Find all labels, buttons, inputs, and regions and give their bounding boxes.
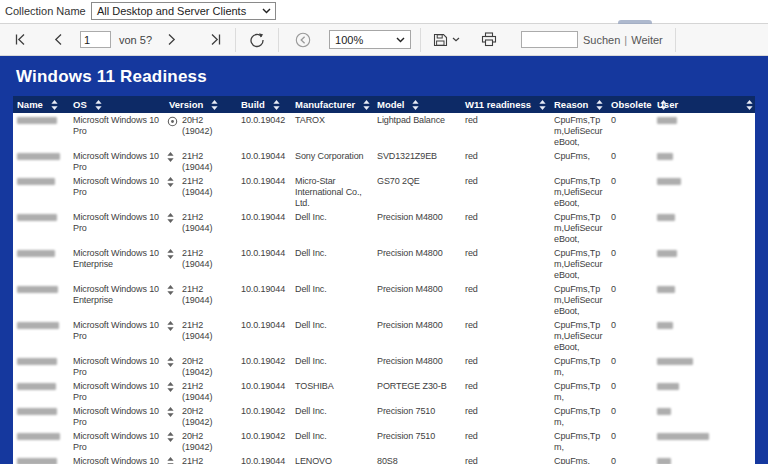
cell-build: 10.0.19044 bbox=[237, 454, 291, 464]
column-label: User bbox=[657, 99, 678, 110]
find-link[interactable]: Suchen bbox=[583, 34, 620, 46]
cell-os: Microsoft Windows 10 Pro bbox=[69, 354, 165, 379]
column-header-model[interactable]: Model bbox=[373, 97, 461, 112]
first-page-icon bbox=[13, 33, 27, 46]
column-header-user[interactable]: User bbox=[653, 97, 755, 112]
cell-name bbox=[13, 354, 69, 379]
sort-icon[interactable] bbox=[412, 100, 419, 110]
sort-icon[interactable] bbox=[746, 100, 753, 110]
cell-reason: CpuFms,Tpm, bbox=[550, 404, 607, 429]
sort-icon[interactable] bbox=[363, 100, 370, 110]
cell-obsolete: 0 bbox=[607, 404, 653, 429]
cell-reason: CpuFms, bbox=[550, 149, 607, 174]
cell-os: Microsoft Windows 10 Enterprise bbox=[69, 454, 165, 464]
sort-icon[interactable] bbox=[167, 321, 174, 331]
column-header-manufacturer[interactable]: Manufacturer bbox=[291, 97, 373, 112]
cell-w11-readiness: red bbox=[461, 454, 550, 464]
cell-model: GS70 2QE bbox=[373, 174, 461, 210]
sort-icon[interactable] bbox=[539, 100, 546, 110]
cell-os: Microsoft Windows 10 Pro bbox=[69, 174, 165, 210]
redacted-name bbox=[17, 178, 55, 185]
cell-user bbox=[653, 354, 755, 379]
redacted-name bbox=[17, 250, 55, 257]
cell-reason: CpuFms,Tpm,UefiSecureBoot, bbox=[550, 318, 607, 354]
column-label: Obsolete bbox=[611, 99, 652, 110]
table-row: Microsoft Windows 10 Pro 21H2 (19044) 10… bbox=[13, 318, 755, 354]
export-save-button[interactable] bbox=[431, 27, 462, 53]
cell-os: Microsoft Windows 10 Pro bbox=[69, 429, 165, 454]
sort-icon[interactable] bbox=[596, 100, 603, 110]
sort-icon[interactable] bbox=[167, 432, 174, 442]
cell-user bbox=[653, 318, 755, 354]
cell-name bbox=[13, 379, 69, 404]
cell-name bbox=[13, 429, 69, 454]
last-page-button[interactable] bbox=[207, 27, 225, 53]
sort-icon[interactable] bbox=[167, 457, 174, 464]
back-to-parent-button[interactable] bbox=[293, 27, 313, 53]
cell-model: Lightpad Balance bbox=[373, 113, 461, 149]
sorted-icon[interactable] bbox=[167, 116, 178, 127]
cell-build: 10.0.19042 bbox=[237, 354, 291, 379]
column-header-reason[interactable]: Reason bbox=[550, 97, 607, 112]
cell-user bbox=[653, 454, 755, 464]
cell-name bbox=[13, 404, 69, 429]
cell-build: 10.0.19044 bbox=[237, 174, 291, 210]
cell-manufacturer: Dell Inc. bbox=[291, 429, 373, 454]
column-header-obsolete[interactable]: Obsolete bbox=[607, 97, 653, 112]
sort-icon[interactable] bbox=[167, 177, 174, 187]
sort-icon[interactable] bbox=[167, 407, 174, 417]
cell-reason: CpuFms,Tpm,UefiSecureBoot, bbox=[550, 282, 607, 318]
chevron-down-icon bbox=[262, 8, 271, 14]
page-number-input[interactable] bbox=[80, 31, 111, 48]
sort-icon[interactable] bbox=[167, 152, 174, 162]
column-header-version[interactable]: Version bbox=[165, 97, 237, 112]
toolbar-divider bbox=[235, 28, 236, 52]
search-input[interactable] bbox=[521, 31, 578, 48]
find-next-link[interactable]: Weiter bbox=[631, 34, 663, 46]
print-button[interactable] bbox=[479, 27, 499, 53]
cell-version: 21H2 (19044) bbox=[165, 174, 237, 210]
sort-icon[interactable] bbox=[167, 213, 174, 223]
sort-icon[interactable] bbox=[211, 100, 218, 110]
cell-obsolete: 0 bbox=[607, 354, 653, 379]
toolbar-divider bbox=[675, 28, 676, 52]
refresh-button[interactable] bbox=[247, 27, 267, 53]
sort-icon[interactable] bbox=[51, 100, 58, 110]
cell-model: PORTEGE Z30-B bbox=[373, 379, 461, 404]
cell-obsolete: 0 bbox=[607, 174, 653, 210]
cell-user bbox=[653, 210, 755, 246]
cell-w11-readiness: red bbox=[461, 404, 550, 429]
cell-reason: CpuFms,Tpm, bbox=[550, 429, 607, 454]
cell-os: Microsoft Windows 10 Pro bbox=[69, 210, 165, 246]
cell-version: 21H2 (19044) bbox=[165, 454, 237, 464]
sort-icon[interactable] bbox=[167, 249, 174, 259]
sort-icon[interactable] bbox=[167, 382, 174, 392]
cell-obsolete: 0 bbox=[607, 282, 653, 318]
column-header-name[interactable]: Name bbox=[13, 97, 69, 112]
cell-reason: CpuFms,Tpm, bbox=[550, 354, 607, 379]
column-header-w11-readiness[interactable]: W11 readiness bbox=[461, 97, 550, 112]
zoom-select[interactable]: 100% bbox=[329, 30, 411, 49]
parameter-bar: Collection Name All Desktop and Server C… bbox=[0, 0, 768, 23]
next-page-button[interactable] bbox=[165, 27, 179, 53]
sort-icon[interactable] bbox=[167, 285, 174, 295]
cell-w11-readiness: red bbox=[461, 429, 550, 454]
redacted-user bbox=[657, 458, 671, 464]
cell-name bbox=[13, 210, 69, 246]
cell-obsolete: 0 bbox=[607, 210, 653, 246]
cell-os: Microsoft Windows 10 Enterprise bbox=[69, 282, 165, 318]
cell-build: 10.0.19044 bbox=[237, 379, 291, 404]
collection-name-dropdown[interactable]: All Desktop and Server Clients bbox=[91, 2, 276, 20]
redacted-user bbox=[657, 358, 693, 365]
first-page-button[interactable] bbox=[11, 27, 29, 53]
sort-icon[interactable] bbox=[95, 100, 102, 110]
cell-w11-readiness: red bbox=[461, 113, 550, 149]
cell-model: Precision M4800 bbox=[373, 210, 461, 246]
previous-page-button[interactable] bbox=[51, 27, 65, 53]
sort-icon[interactable] bbox=[167, 357, 174, 367]
column-header-os[interactable]: OS bbox=[69, 97, 165, 112]
redacted-name bbox=[17, 153, 60, 160]
sort-icon[interactable] bbox=[273, 100, 280, 110]
column-header-build[interactable]: Build bbox=[237, 97, 291, 112]
report-title: Windows 11 Readiness bbox=[0, 56, 768, 96]
